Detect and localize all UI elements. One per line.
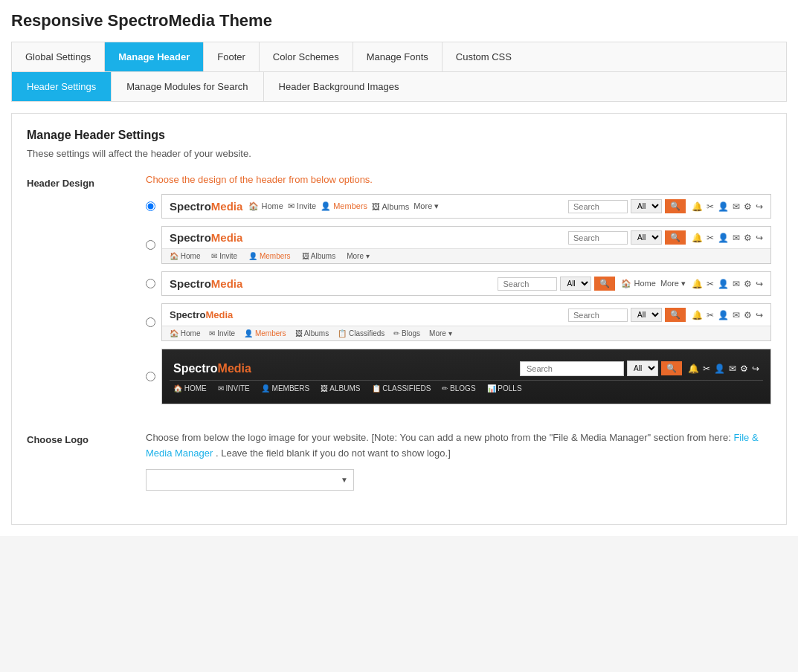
preview2-exit-icon: ↪: [756, 233, 763, 243]
header-design-row: Header Design Choose the design of the h…: [27, 174, 771, 412]
preview4-nav-home: 🏠 Home: [170, 329, 200, 337]
preview1-nav: 🏠 Home ✉ Invite 👤 Members 🖼 Albums More …: [248, 201, 439, 211]
preview1-search: All 🔍: [568, 199, 686, 213]
preview2-search: All 🔍: [568, 230, 686, 245]
preview1-mail-icon: ✉: [733, 201, 740, 212]
header-design-label: Header Design: [27, 174, 146, 412]
preview5-select[interactable]: All: [627, 361, 658, 376]
preview5-nav-members: 👤 MEMBERS: [261, 384, 309, 392]
subtab-header-settings[interactable]: Header Settings: [12, 72, 112, 101]
logo-select[interactable]: [146, 469, 354, 491]
preview5-nav-classifieds: 📋 CLASSIFIEDS: [372, 384, 431, 392]
preview4-search-input[interactable]: [568, 308, 628, 322]
page-title: Responsive SpectroMedia Theme: [11, 11, 787, 30]
preview2-nav-home: 🏠 Home: [170, 252, 200, 260]
preview2-nav-members: 👤 Members: [248, 252, 290, 260]
tab-manage-fonts[interactable]: Manage Fonts: [353, 42, 443, 71]
preview1-search-btn[interactable]: 🔍: [665, 199, 686, 213]
header-preview-4: SpectroMedia All 🔍 🔔 ✂ 👤 ✉: [161, 303, 771, 341]
preview4-nav-members: 👤 Members: [244, 329, 286, 337]
preview3-exit-icon: ↪: [756, 279, 763, 289]
preview1-icons: 🔔 ✂ 👤 ✉ ⚙ ↪: [692, 201, 763, 212]
preview2-nav-more: More ▾: [347, 252, 370, 260]
preview5-nav-polls: 📊 POLLS: [487, 384, 522, 392]
preview4-user-icon: 👤: [718, 310, 729, 320]
preview4-nav-more: More ▾: [429, 329, 452, 337]
header-option-4: SpectroMedia All 🔍 🔔 ✂ 👤 ✉: [146, 303, 771, 341]
tab-manage-header[interactable]: Manage Header: [105, 42, 204, 71]
preview4-search-btn[interactable]: 🔍: [665, 308, 686, 322]
header-design-radio-2[interactable]: [146, 240, 155, 250]
preview4-mail-icon: ✉: [733, 310, 740, 320]
preview2-nav-albums: 🖼 Albums: [302, 252, 336, 260]
header-option-1: SpectroMedia 🏠 Home ✉ Invite 👤 Members 🖼…: [146, 194, 771, 219]
preview2-nav-invite: ✉ Invite: [211, 252, 237, 260]
preview5-nav-home: 🏠 HOME: [173, 384, 207, 392]
preview1-user-icon: 👤: [718, 201, 729, 212]
preview5-logo: SpectroMedia: [173, 362, 251, 375]
preview3-gear-icon: ⚙: [744, 279, 752, 289]
tab-color-schemes[interactable]: Color Schemes: [260, 42, 353, 71]
page-wrapper: Responsive SpectroMedia Theme Global Set…: [0, 0, 798, 536]
tab-footer[interactable]: Footer: [204, 42, 260, 71]
choose-logo-content: Choose from below the logo image for you…: [146, 430, 771, 491]
preview1-nav-members: 👤 Members: [321, 201, 367, 211]
header-design-radio-1[interactable]: [146, 201, 155, 211]
preview2-search-input[interactable]: [568, 231, 628, 245]
preview2-icons: 🔔 ✂ 👤 ✉ ⚙ ↪: [692, 233, 763, 243]
preview2-tools-icon: ✂: [707, 233, 714, 243]
preview5-nav-albums: 🖼 ALBUMS: [321, 384, 360, 392]
preview2-user-icon: 👤: [718, 233, 729, 243]
preview3-search: All 🔍: [498, 277, 615, 291]
header-preview-1: SpectroMedia 🏠 Home ✉ Invite 👤 Members 🖼…: [161, 194, 771, 219]
header-design-radio-4[interactable]: [146, 317, 155, 327]
preview5-search-input[interactable]: [520, 361, 624, 376]
preview4-nav: 🏠 Home ✉ Invite 👤 Members 🖼 Albums 📋 Cla…: [162, 326, 770, 340]
preview4-nav-albums: 🖼 Albums: [295, 329, 329, 337]
subtab-header-bg-images[interactable]: Header Background Images: [264, 72, 414, 101]
logo-desc-text-2: . Leave the field blank if you do not wa…: [216, 448, 451, 459]
tab-custom-css[interactable]: Custom CSS: [443, 42, 525, 71]
preview3-select[interactable]: All: [560, 277, 591, 291]
preview3-search-btn[interactable]: 🔍: [594, 277, 615, 291]
preview1-logo: SpectroMedia: [170, 200, 242, 213]
preview2-nav: 🏠 Home ✉ Invite 👤 Members 🖼 Albums More …: [162, 248, 770, 263]
preview3-nav-home: 🏠 Home: [621, 279, 655, 288]
preview2-search-btn[interactable]: 🔍: [665, 230, 686, 245]
preview4-exit-icon: ↪: [756, 310, 763, 320]
header-preview-2: SpectroMedia All 🔍 🔔 ✂ 👤 ✉: [161, 226, 771, 264]
preview3-mail-icon: ✉: [733, 279, 740, 289]
preview5-user-icon: 👤: [714, 364, 725, 374]
subtab-manage-modules[interactable]: Manage Modules for Search: [112, 72, 263, 101]
preview3-bell-icon: 🔔: [692, 279, 703, 289]
preview1-gear-icon: ⚙: [744, 201, 752, 212]
preview5-nav-blogs: ✏ BLOGS: [442, 384, 475, 392]
preview5-gear-icon: ⚙: [740, 364, 748, 374]
choose-design-text: Choose the design of the header from bel…: [146, 174, 771, 185]
preview4-select[interactable]: All: [631, 308, 662, 322]
header-option-3: SpectroMedia All 🔍 🏠 Home More ▾: [146, 271, 771, 296]
preview3-search-input[interactable]: [498, 277, 557, 291]
tab-global-settings[interactable]: Global Settings: [12, 42, 105, 71]
preview3-nav-more: More ▾: [660, 279, 686, 288]
preview1-nav-more: More ▾: [414, 201, 439, 211]
preview3-tools-icon: ✂: [707, 279, 714, 289]
preview2-mail-icon: ✉: [733, 233, 740, 243]
preview5-search-btn[interactable]: 🔍: [661, 361, 682, 375]
preview1-select[interactable]: All: [631, 199, 662, 213]
header-preview-5: SpectroMedia All 🔍 🔔 ✂ 👤: [161, 349, 771, 404]
header-design-radio-5[interactable]: [146, 372, 155, 381]
preview1-nav-invite: ✉ Invite: [288, 201, 316, 211]
panel-desc: These settings will affect the header of…: [27, 148, 771, 159]
preview2-select[interactable]: All: [631, 230, 662, 245]
preview4-nav-blogs: ✏ Blogs: [393, 329, 420, 337]
preview5-nav-invite: ✉ INVITE: [218, 384, 250, 392]
preview3-user-icon: 👤: [718, 279, 729, 289]
header-design-radio-3[interactable]: [146, 279, 155, 288]
preview1-search-input[interactable]: [568, 200, 628, 213]
preview3-icons: 🔔 ✂ 👤 ✉ ⚙ ↪: [692, 279, 763, 289]
preview4-bell-icon: 🔔: [692, 310, 703, 320]
panel-title: Manage Header Settings: [27, 129, 771, 142]
content-panel: Manage Header Settings These settings wi…: [11, 113, 787, 525]
choose-logo-label: Choose Logo: [27, 430, 146, 491]
